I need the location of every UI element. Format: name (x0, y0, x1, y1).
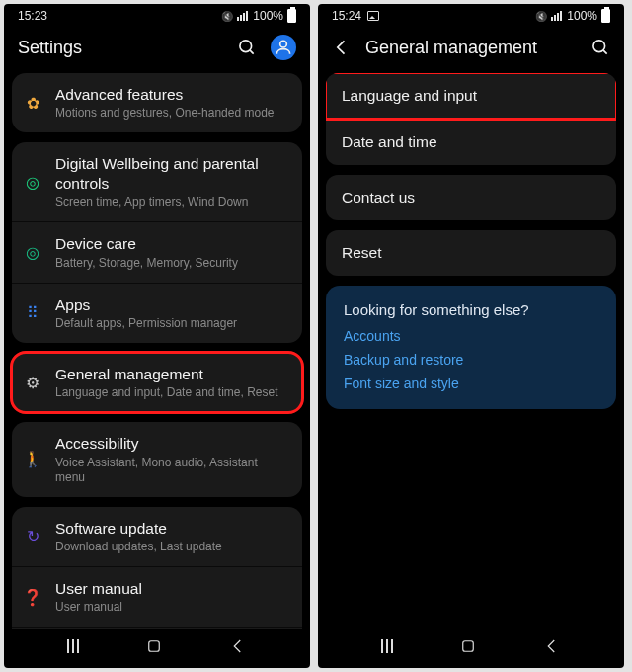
back-icon[interactable] (332, 38, 352, 57)
device-care-icon: ◎ (22, 241, 43, 263)
row-subtitle: Default apps, Permission manager (55, 316, 290, 331)
home-button[interactable] (145, 637, 163, 655)
account-avatar[interactable] (271, 35, 296, 60)
mute-icon (535, 9, 547, 23)
row-general-management[interactable]: ⚙General managementLanguage and input, D… (12, 353, 302, 412)
suggestions-card: Looking for something else? Accounts Bac… (326, 286, 616, 409)
screenshot-icon (367, 11, 379, 21)
svg-rect-6 (463, 641, 474, 652)
row-advanced-features[interactable]: ✿Advanced featuresMotions and gestures, … (12, 73, 302, 132)
general-management-icon: ⚙ (22, 372, 43, 393)
svg-point-0 (240, 41, 252, 52)
row-language-and-input[interactable]: Language and input (326, 73, 616, 119)
settings-group: ✿Advanced featuresMotions and gestures, … (12, 73, 302, 132)
recents-button[interactable] (67, 639, 79, 653)
row-reset[interactable]: Reset (326, 230, 616, 276)
battery-text: 100% (567, 9, 597, 23)
row-contact-us[interactable]: Contact us (326, 175, 616, 220)
row-subtitle: User manual (55, 600, 290, 615)
svg-point-2 (280, 41, 287, 47)
battery-icon (601, 9, 610, 23)
battery-text: 100% (253, 9, 283, 23)
recents-button[interactable] (381, 639, 393, 653)
status-bar: 15:24 100% (318, 4, 624, 26)
row-subtitle: Battery, Storage, Memory, Security (55, 256, 290, 271)
link-accounts[interactable]: Accounts (344, 328, 598, 344)
row-apps[interactable]: ⠿AppsDefault apps, Permission manager (12, 283, 302, 343)
row-software-update[interactable]: ↻Software updateDownload updates, Last u… (12, 507, 302, 566)
row-subtitle: Voice Assistant, Mono audio, Assistant m… (55, 456, 290, 485)
home-button[interactable] (459, 637, 477, 655)
nav-bar (318, 629, 624, 668)
group-language-date: Language and input Date and time (326, 73, 616, 165)
row-user-manual[interactable]: ❓User manualUser manual (12, 566, 302, 627)
settings-list[interactable]: ✿Advanced featuresMotions and gestures, … (4, 69, 310, 629)
signal-icon (551, 11, 563, 21)
search-icon[interactable] (591, 38, 610, 57)
status-bar: 15:23 100% (4, 4, 310, 26)
general-management-screen: 15:24 100% General management Language a… (318, 4, 624, 668)
accessibility-icon: 🚶 (22, 449, 43, 470)
search-icon[interactable] (237, 38, 257, 57)
settings-group: ↻Software updateDownload updates, Last u… (12, 507, 302, 629)
row-title: General management (55, 365, 290, 383)
settings-screen: 15:23 100% Settings ✿Advanced featuresMo… (4, 4, 310, 668)
back-button[interactable] (543, 637, 561, 655)
row-title: Software update (55, 519, 290, 538)
row-accessibility[interactable]: 🚶AccessibilityVoice Assistant, Mono audi… (12, 422, 302, 496)
clock: 15:23 (18, 9, 47, 23)
battery-icon (287, 9, 296, 23)
row-title: Apps (55, 295, 290, 314)
general-management-header: General management (318, 26, 624, 69)
software-update-icon: ↻ (22, 526, 43, 547)
svg-line-1 (250, 50, 254, 54)
signal-icon (237, 11, 249, 21)
page-title: General management (365, 38, 537, 58)
row-date-and-time[interactable]: Date and time (326, 119, 616, 165)
suggestions-heading: Looking for something else? (344, 301, 598, 318)
settings-group: ⚙General managementLanguage and input, D… (12, 353, 302, 412)
row-title: Device care (55, 234, 290, 253)
row-title: Advanced features (55, 85, 290, 104)
row-subtitle: Download updates, Last update (55, 540, 290, 554)
user-manual-icon: ❓ (22, 586, 43, 608)
settings-group: 🚶AccessibilityVoice Assistant, Mono audi… (12, 422, 302, 496)
digital-wellbeing-and-parental-controls-icon: ◎ (22, 171, 43, 193)
svg-rect-3 (149, 641, 160, 652)
link-backup-and-restore[interactable]: Backup and restore (344, 352, 598, 368)
row-title: User manual (55, 579, 290, 598)
clock: 15:24 (332, 9, 361, 23)
link-font-size-and-style[interactable]: Font size and style (344, 376, 598, 391)
row-device-care[interactable]: ◎Device careBattery, Storage, Memory, Se… (12, 221, 302, 282)
apps-icon: ⠿ (22, 302, 43, 324)
row-title: Accessibility (55, 434, 290, 453)
row-subtitle: Screen time, App timers, Wind Down (55, 195, 290, 210)
general-management-list[interactable]: Language and input Date and time Contact… (318, 69, 624, 629)
page-title: Settings (18, 38, 82, 58)
settings-header: Settings (4, 26, 310, 69)
row-subtitle: Language and input, Date and time, Reset (55, 385, 290, 400)
svg-line-5 (603, 50, 607, 54)
settings-group: ◎Digital Wellbeing and parental controls… (12, 142, 302, 343)
back-button[interactable] (229, 637, 247, 655)
nav-bar (4, 629, 310, 668)
mute-icon (221, 9, 233, 23)
svg-point-4 (593, 41, 605, 52)
row-subtitle: Motions and gestures, One-handed mode (55, 106, 290, 121)
row-title: Digital Wellbeing and parental controls (55, 154, 290, 193)
row-digital-wellbeing-and-parental-controls[interactable]: ◎Digital Wellbeing and parental controls… (12, 142, 302, 221)
advanced-features-icon: ✿ (22, 92, 43, 114)
